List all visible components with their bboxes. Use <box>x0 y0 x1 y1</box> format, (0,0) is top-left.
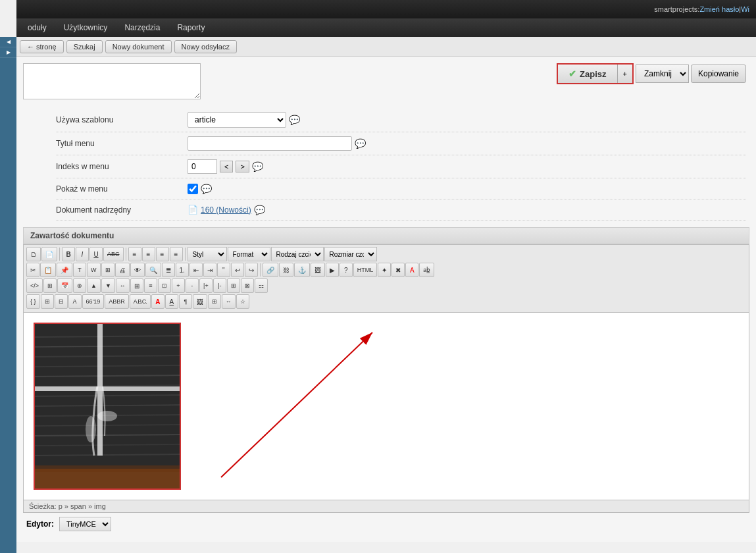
parent-doc-comment-icon[interactable]: 💬 <box>254 205 265 215</box>
tb-split-btn[interactable]: ⊞ <box>227 278 240 293</box>
tb-layer-btn[interactable]: ⊕ <box>73 278 86 293</box>
tb-collapse-btn[interactable]: ⊟ <box>55 294 68 309</box>
menu-tools[interactable]: Narzędzia <box>116 20 168 35</box>
tb-cell-props-btn[interactable]: ⊡ <box>158 278 171 293</box>
tb-abbr-btn[interactable]: 66'19 <box>82 294 105 309</box>
font-family-select[interactable]: Rodzaj czcionk <box>271 247 324 261</box>
index-next-button[interactable]: > <box>236 161 249 172</box>
copy-button[interactable]: Kopiowanie <box>691 65 746 83</box>
back-button[interactable]: ← stronę <box>20 40 64 53</box>
sidebar-item-1[interactable]: ◀ <box>0 37 16 47</box>
tb-indent-btn[interactable]: ⇥ <box>203 263 216 277</box>
save-button[interactable]: ✔ Zapisz <box>558 65 617 83</box>
tb-align-left-btn[interactable]: ≡ <box>128 247 141 261</box>
tb-plugin-btn[interactable]: ☆ <box>236 294 249 309</box>
font-size-select[interactable]: Rozmiar czcion <box>324 247 377 261</box>
sidebar-item-2[interactable]: ▶ <box>0 47 16 58</box>
close-select[interactable]: Zamknij <box>636 65 689 83</box>
tb-merge-btn[interactable]: ⊠ <box>241 278 254 293</box>
tb-paragraph-btn[interactable]: ¶ <box>179 294 192 309</box>
tb-img2-btn[interactable]: 🖼 <box>193 294 207 309</box>
format-select[interactable]: Format <box>228 247 270 261</box>
tb-resize-btn[interactable]: ↔ <box>222 294 236 309</box>
tb-insert-row-btn[interactable]: + <box>172 278 185 293</box>
index-comment-icon[interactable]: 💬 <box>252 161 263 172</box>
change-password-link[interactable]: Zmień hasło <box>699 5 739 13</box>
tb-fullpage-btn[interactable]: ⊞ <box>43 278 57 293</box>
title-textarea[interactable] <box>23 63 201 99</box>
tb-copy-btn[interactable]: 📋 <box>40 263 56 277</box>
tb-source-btn[interactable]: </> <box>26 278 43 293</box>
index-input[interactable] <box>188 159 217 174</box>
index-prev-button[interactable]: < <box>220 161 233 172</box>
new-document-button[interactable]: Nowy dokument <box>105 40 172 53</box>
tb-insertdate-btn[interactable]: 📅 <box>57 278 72 293</box>
menu-users[interactable]: Użytkownicy <box>56 20 116 35</box>
tb-table-btn[interactable]: ⊞ <box>130 278 143 293</box>
tb-code-btn[interactable]: { } <box>26 294 40 309</box>
tb-insert-col-btn[interactable]: |+ <box>199 278 213 293</box>
tb-abc-btn[interactable]: A.B.C. <box>130 294 151 309</box>
tb-link-btn[interactable]: 🔗 <box>263 263 278 277</box>
tb-highlight-btn[interactable]: ab̲ <box>419 263 434 277</box>
tb-blockquote-btn[interactable]: " <box>217 263 230 277</box>
tb-align-right-btn[interactable]: ≡ <box>156 247 169 261</box>
tb-undo-btn[interactable]: ↩ <box>231 263 244 277</box>
tb-html-btn[interactable]: HTML <box>353 263 378 277</box>
tb-font-size2-btn[interactable]: A <box>68 294 82 309</box>
template-comment-icon[interactable]: 💬 <box>289 115 300 125</box>
template-select[interactable]: article default blog <box>188 112 286 128</box>
tb-redo-btn[interactable]: ↪ <box>245 263 258 277</box>
tb-abbr2-btn[interactable]: ABBR <box>105 294 129 309</box>
tb-help-btn[interactable]: ? <box>340 263 353 277</box>
tb-bold-btn[interactable]: B <box>62 247 75 261</box>
editor-body[interactable] <box>23 312 749 500</box>
editor-type-select[interactable]: TinyMCE Simple <box>59 517 111 531</box>
show-menu-checkbox[interactable] <box>188 184 198 194</box>
tb-print-btn[interactable]: 🖨 <box>115 263 130 277</box>
tb-paste-btn[interactable]: 📌 <box>57 263 72 277</box>
tb-align-center-btn[interactable]: ≡ <box>142 247 155 261</box>
tb-underline-a-btn[interactable]: A <box>165 294 178 309</box>
tb-move-back-btn[interactable]: ▼ <box>101 278 115 293</box>
tb-remove-format-btn[interactable]: ✖ <box>391 263 405 277</box>
tb-visual-aid-btn[interactable]: ⚏ <box>255 278 268 293</box>
title-input[interactable] <box>188 136 352 151</box>
tb-del-col-btn[interactable]: |- <box>213 278 226 293</box>
tb-move-fwd-btn[interactable]: ▲ <box>87 278 101 293</box>
tb-del-row-btn[interactable]: - <box>186 278 199 293</box>
menu-reports[interactable]: Raporty <box>169 20 213 35</box>
tb-preview-btn[interactable]: 👁 <box>130 263 145 277</box>
tb-paste-text-btn[interactable]: T <box>73 263 86 277</box>
tb-numbering-btn[interactable]: 1. <box>176 263 189 277</box>
tb-italic-btn[interactable]: I <box>76 247 89 261</box>
tb-bullets-btn[interactable]: ≣ <box>162 263 175 277</box>
tb-font-color-btn[interactable]: A <box>405 263 418 277</box>
style-select[interactable]: Styl <box>188 247 227 261</box>
tb-cleanup-btn[interactable]: ✦ <box>378 263 391 277</box>
tb-expand-btn[interactable]: ⊞ <box>41 294 54 309</box>
tb-unlink-btn[interactable]: ⛓ <box>279 263 293 277</box>
tb-new-btn[interactable]: 🗋 <box>26 247 41 261</box>
title-comment-icon[interactable]: 💬 <box>355 138 366 149</box>
tb-align-justify-btn[interactable]: ≡ <box>170 247 183 261</box>
tb-media-btn[interactable]: ▶ <box>326 263 339 277</box>
show-menu-comment-icon[interactable]: 💬 <box>201 184 212 194</box>
tb-cut-btn[interactable]: ✂ <box>26 263 39 277</box>
tb-underline-btn[interactable]: U <box>89 247 103 261</box>
new-link-button[interactable]: Nowy odsyłacz <box>174 40 237 53</box>
tb-select-all-btn[interactable]: ⊞ <box>101 263 114 277</box>
tb-paste-word-btn[interactable]: W <box>87 263 101 277</box>
menu-modules[interactable]: oduły <box>20 20 55 35</box>
tb-red-a-btn[interactable]: A <box>151 294 164 309</box>
tb-strikethrough-btn[interactable]: ABC <box>103 247 124 261</box>
plus-button[interactable]: + <box>617 65 632 83</box>
parent-doc-value[interactable]: 160 (Nowości) <box>201 205 251 215</box>
tb-abspos-btn[interactable]: ↔ <box>116 278 130 293</box>
tb-anchor-btn[interactable]: ⚓ <box>294 263 310 277</box>
search-button[interactable]: Szukaj <box>66 40 103 53</box>
tb-search-btn[interactable]: 🔍 <box>145 263 161 277</box>
tb-image-btn[interactable]: 🖼 <box>311 263 325 277</box>
tb-open-btn[interactable]: 📄 <box>41 247 57 261</box>
wi-link[interactable]: Wi <box>741 5 749 13</box>
